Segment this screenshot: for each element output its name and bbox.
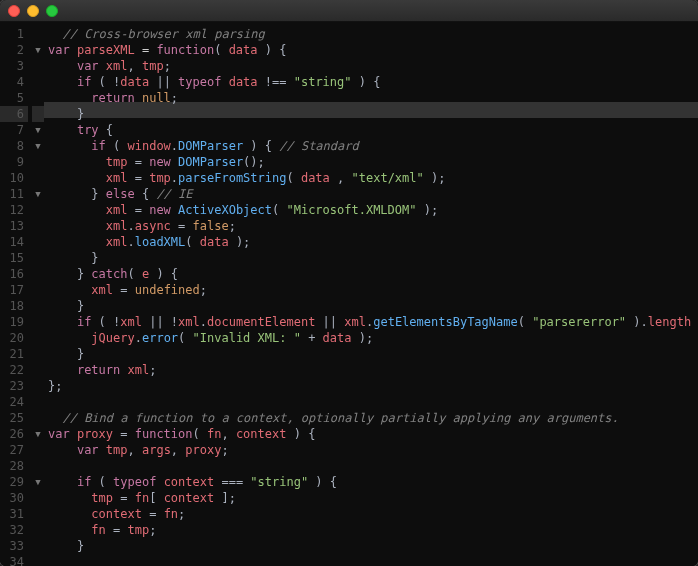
token-ident: xml — [120, 315, 142, 329]
code-line[interactable]: xml.loadXML( data ); — [48, 234, 698, 250]
code-line[interactable] — [48, 458, 698, 474]
line-number[interactable]: 1 — [0, 26, 28, 42]
line-number[interactable]: 23 — [0, 378, 28, 394]
code-line[interactable]: fn = tmp; — [48, 522, 698, 538]
line-number[interactable]: 6 — [0, 106, 28, 122]
line-number[interactable]: 31 — [0, 506, 28, 522]
code-line[interactable]: jQuery.error( "Invalid XML: " + data ); — [48, 330, 698, 346]
fold-toggle-icon[interactable]: ▼ — [32, 122, 44, 138]
line-number[interactable]: 18 — [0, 298, 28, 314]
line-number[interactable]: 8 — [0, 138, 28, 154]
token-func: DOMParser — [178, 139, 243, 153]
token-keyword: return — [91, 91, 142, 105]
titlebar[interactable] — [0, 0, 698, 22]
line-number[interactable]: 27 — [0, 442, 28, 458]
code-line[interactable]: var proxy = function( fn, context ) { — [48, 426, 698, 442]
line-number[interactable]: 2 — [0, 42, 28, 58]
line-number[interactable]: 7 — [0, 122, 28, 138]
code-line[interactable]: if ( window.DOMParser ) { // Standard — [48, 138, 698, 154]
token-func: error — [142, 331, 178, 345]
token-ident: xml — [127, 363, 149, 377]
code-line[interactable]: // Bind a function to a context, optiona… — [48, 410, 698, 426]
token-comment: // IE — [156, 187, 192, 201]
line-number[interactable]: 21 — [0, 346, 28, 362]
line-number[interactable]: 17 — [0, 282, 28, 298]
code-line[interactable]: xml.async = false; — [48, 218, 698, 234]
code-line[interactable]: } catch( e ) { — [48, 266, 698, 282]
code-line[interactable]: try { — [48, 122, 698, 138]
token-number: undefined — [135, 283, 200, 297]
token-punct: ( — [193, 427, 207, 441]
line-number[interactable]: 32 — [0, 522, 28, 538]
line-number[interactable]: 14 — [0, 234, 28, 250]
line-number[interactable]: 11 — [0, 186, 28, 202]
code-line[interactable] — [48, 554, 698, 566]
code-line[interactable]: xml = tmp.parseFromString( data , "text/… — [48, 170, 698, 186]
code-line[interactable]: } else { // IE — [48, 186, 698, 202]
fold-spacer — [32, 394, 44, 410]
token-punct: + — [301, 331, 323, 345]
line-number[interactable]: 34 — [0, 554, 28, 566]
code-line[interactable]: var tmp, args, proxy; — [48, 442, 698, 458]
close-icon[interactable] — [8, 5, 20, 17]
token-comment: // Standard — [279, 139, 358, 153]
code-line[interactable]: xml = undefined; — [48, 282, 698, 298]
token-punct: } — [48, 299, 84, 313]
token-ident: xml — [344, 315, 366, 329]
line-number[interactable]: 30 — [0, 490, 28, 506]
line-number[interactable]: 25 — [0, 410, 28, 426]
fold-toggle-icon[interactable]: ▼ — [32, 426, 44, 442]
code-line[interactable]: }; — [48, 378, 698, 394]
code-line[interactable] — [48, 394, 698, 410]
line-number[interactable]: 33 — [0, 538, 28, 554]
zoom-icon[interactable] — [46, 5, 58, 17]
code-line[interactable]: } — [48, 106, 698, 122]
token-punct: ( — [99, 475, 113, 489]
token-string: "parsererror" — [532, 315, 626, 329]
line-number[interactable]: 3 — [0, 58, 28, 74]
code-line[interactable]: tmp = fn[ context ]; — [48, 490, 698, 506]
line-number[interactable]: 12 — [0, 202, 28, 218]
fold-toggle-icon[interactable]: ▼ — [32, 138, 44, 154]
line-number[interactable]: 29 — [0, 474, 28, 490]
line-number[interactable]: 4 — [0, 74, 28, 90]
code-line[interactable]: var parseXML = function( data ) { — [48, 42, 698, 58]
fold-toggle-icon[interactable]: ▼ — [32, 474, 44, 490]
line-number[interactable]: 15 — [0, 250, 28, 266]
code-line[interactable]: } — [48, 346, 698, 362]
code-line[interactable]: if ( !data || typeof data !== "string" )… — [48, 74, 698, 90]
code-line[interactable]: } — [48, 250, 698, 266]
code-line[interactable]: context = fn; — [48, 506, 698, 522]
fold-toggle-icon[interactable]: ▼ — [32, 42, 44, 58]
token-punct: } — [48, 251, 99, 265]
line-number[interactable]: 9 — [0, 154, 28, 170]
code-line[interactable]: if ( typeof context === "string" ) { — [48, 474, 698, 490]
code-line[interactable]: tmp = new DOMParser(); — [48, 154, 698, 170]
code-line[interactable]: // Cross-browser xml parsing — [48, 26, 698, 42]
line-number[interactable]: 13 — [0, 218, 28, 234]
token-string: "string" — [294, 75, 352, 89]
code-area[interactable]: // Cross-browser xml parsingvar parseXML… — [44, 22, 698, 566]
fold-toggle-icon[interactable]: ▼ — [32, 186, 44, 202]
code-line[interactable]: if ( !xml || !xml.documentElement || xml… — [48, 314, 698, 330]
line-number[interactable]: 10 — [0, 170, 28, 186]
code-line[interactable]: } — [48, 538, 698, 554]
code-line[interactable]: } — [48, 298, 698, 314]
code-line[interactable]: xml = new ActiveXObject( "Microsoft.XMLD… — [48, 202, 698, 218]
line-number[interactable]: 26 — [0, 426, 28, 442]
code-line[interactable]: var xml, tmp; — [48, 58, 698, 74]
fold-gutter[interactable]: ▼▼▼▼▼▼ — [32, 22, 44, 566]
token-punct: ( — [214, 43, 228, 57]
line-number[interactable]: 20 — [0, 330, 28, 346]
line-number-gutter[interactable]: 1234567891011121314151617181920212223242… — [0, 22, 32, 566]
minimize-icon[interactable] — [27, 5, 39, 17]
line-number[interactable]: 28 — [0, 458, 28, 474]
line-number[interactable]: 16 — [0, 266, 28, 282]
code-line[interactable]: return null; — [48, 90, 698, 106]
line-number[interactable]: 5 — [0, 90, 28, 106]
line-number[interactable]: 19 — [0, 314, 28, 330]
token-d — [48, 411, 62, 425]
code-line[interactable]: return xml; — [48, 362, 698, 378]
line-number[interactable]: 24 — [0, 394, 28, 410]
line-number[interactable]: 22 — [0, 362, 28, 378]
